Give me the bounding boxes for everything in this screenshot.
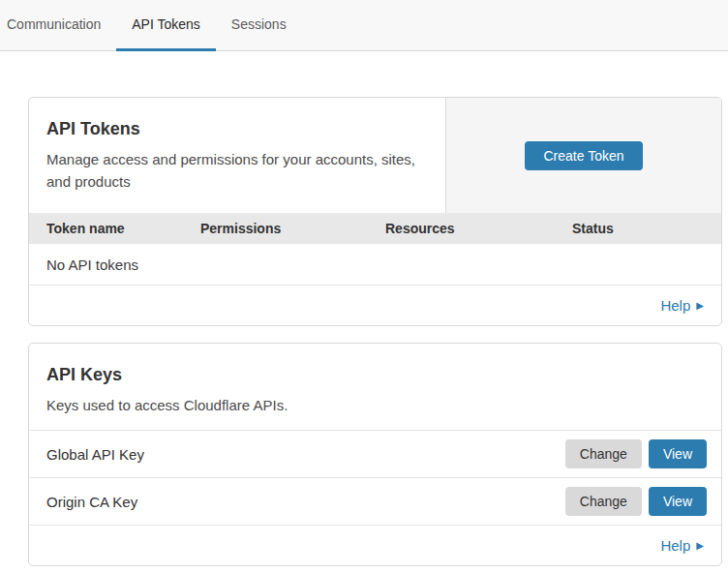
api-tokens-description: Manage access and permissions for your a… — [46, 148, 424, 193]
column-header-token-name: Token name — [46, 221, 200, 236]
api-tokens-card-footer: Help ▶ — [29, 286, 721, 325]
token-table-header-row: Token name Permissions Resources Status — [29, 213, 721, 244]
api-tokens-title: API Tokens — [46, 119, 428, 139]
origin-ca-key-change-button[interactable]: Change — [565, 487, 642, 516]
api-keys-help-link[interactable]: Help ▶ — [660, 537, 704, 554]
api-tokens-card-header-text: API Tokens Manage access and permissions… — [29, 98, 445, 213]
api-tokens-card: API Tokens Manage access and permissions… — [28, 97, 722, 326]
api-keys-card: API Keys Keys used to access Cloudflare … — [28, 343, 722, 566]
column-header-status: Status — [572, 221, 704, 236]
api-tokens-card-header: API Tokens Manage access and permissions… — [29, 98, 721, 213]
column-header-permissions: Permissions — [200, 221, 385, 236]
api-keys-card-header: API Keys Keys used to access Cloudflare … — [29, 344, 721, 431]
tab-api-tokens[interactable]: API Tokens — [116, 0, 216, 51]
empty-tokens-message: No API tokens — [46, 256, 138, 273]
api-tokens-card-action-panel: Create Token — [445, 98, 721, 213]
key-label-global-api-key: Global API Key — [46, 446, 565, 463]
global-api-key-view-button[interactable]: View — [649, 439, 707, 468]
api-keys-title: API Keys — [46, 365, 704, 385]
key-row-global-api-key: Global API Key Change View — [29, 431, 721, 478]
help-arrow-icon: ▶ — [696, 540, 704, 551]
profile-tab-bar: Communication API Tokens Sessions — [0, 0, 728, 51]
help-arrow-icon: ▶ — [696, 300, 704, 311]
help-link-label: Help — [660, 297, 690, 314]
api-keys-card-footer: Help ▶ — [29, 526, 721, 565]
tab-communication[interactable]: Communication — [7, 0, 116, 51]
global-api-key-change-button[interactable]: Change — [565, 439, 642, 468]
origin-ca-key-view-button[interactable]: View — [649, 487, 707, 516]
api-keys-description: Keys used to access Cloudflare APIs. — [46, 394, 424, 416]
create-token-button[interactable]: Create Token — [525, 141, 642, 170]
help-link-label: Help — [660, 537, 690, 554]
key-row-origin-ca-key: Origin CA Key Change View — [29, 478, 721, 526]
tab-sessions[interactable]: Sessions — [216, 0, 302, 51]
api-tokens-help-link[interactable]: Help ▶ — [660, 297, 704, 314]
page-content: API Tokens Manage access and permissions… — [0, 51, 728, 566]
key-label-origin-ca-key: Origin CA Key — [46, 494, 565, 510]
token-table-empty-row: No API tokens — [29, 244, 721, 286]
column-header-resources: Resources — [385, 221, 572, 236]
